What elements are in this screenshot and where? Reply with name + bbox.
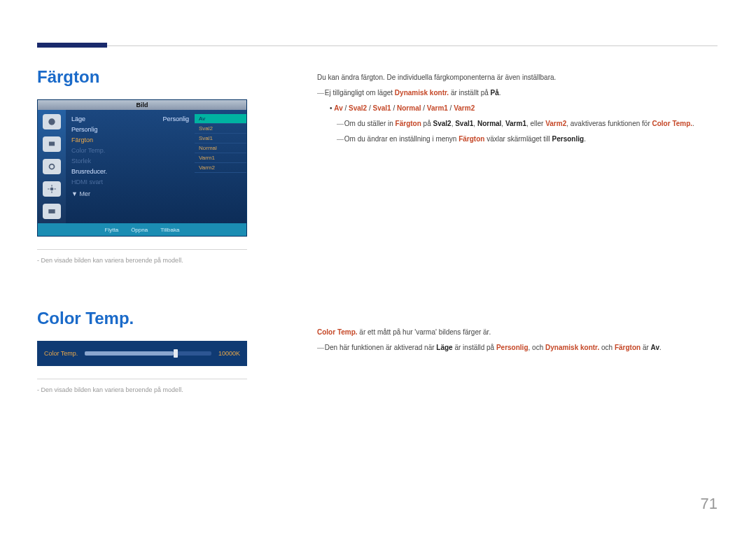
osd-dropdown: Av Sval2 Sval1 Normal Varm1 Varm2 — [195, 110, 246, 223]
colortemp-caption: Den visade bilden kan variera beroende p… — [37, 386, 247, 393]
osd-option: Varm1 — [195, 153, 246, 163]
fargton-heading: Färgton — [37, 67, 247, 87]
colortemp-line1: Color Temp. är ett mått på hur 'varma' b… — [317, 326, 718, 339]
osd-row: Personlig — [71, 125, 189, 135]
osd-title: Bild — [38, 100, 246, 110]
osd-menu: Bild LägePersonlig Personlig Färgton Col… — [37, 99, 247, 237]
header-accent-bar — [37, 43, 107, 48]
osd-option: Sval1 — [195, 134, 246, 143]
caption-rule — [37, 379, 247, 379]
fargton-intro: Du kan ändra färgton. De individuella fä… — [317, 71, 718, 84]
svg-point-3 — [50, 188, 54, 191]
picture-icon — [43, 114, 61, 129]
left-column: Färgton Bild LägePersonlig Personlig Fär… — [37, 67, 247, 393]
osd-list: LägePersonlig Personlig Färgton Color Te… — [66, 110, 195, 223]
header-rule — [37, 45, 718, 46]
slider-value: 10000K — [218, 350, 240, 357]
osd-row: Färgton — [71, 135, 189, 146]
osd-row: LägePersonlig — [71, 114, 189, 125]
sound-icon — [43, 159, 61, 174]
svg-point-2 — [50, 164, 55, 169]
slider-track — [85, 351, 211, 356]
fargton-options-line: Av / Sval2 / Sval1 / Normal / Varm1 / Va… — [317, 102, 718, 115]
svg-point-0 — [48, 118, 55, 125]
osd-option: Normal — [195, 143, 246, 153]
fargton-note1: Ej tillgängligt om läget Dynamisk kontr.… — [317, 87, 718, 99]
fargton-note3: Om du ändrar en inställning i menyn Färg… — [317, 133, 718, 146]
osd-row: Storlek — [71, 156, 189, 167]
screen-icon — [43, 136, 61, 152]
osd-row: Brusreducer. — [71, 167, 189, 177]
osd-row: HDMI svart — [71, 177, 189, 188]
svg-rect-4 — [48, 209, 55, 213]
fargton-section: Färgton Bild LägePersonlig Personlig Fär… — [37, 67, 247, 264]
caption-rule — [37, 249, 247, 250]
osd-option: Sval2 — [195, 124, 246, 134]
colortemp-heading: Color Temp. — [37, 309, 247, 328]
svg-rect-1 — [49, 142, 55, 146]
settings-icon — [43, 181, 61, 197]
osd-row: Color Temp. — [71, 146, 189, 156]
slider-label: Color Temp. — [44, 350, 78, 357]
osd-more: ▼ Mer — [71, 190, 189, 197]
page-number: 71 — [701, 495, 718, 513]
osd-option: Av — [195, 114, 246, 124]
osd-option: Varm2 — [195, 163, 246, 173]
osd-foot-open: Öppna — [131, 227, 148, 233]
colortemp-section: Color Temp. Color Temp. 10000K Den visad… — [37, 309, 247, 393]
page-content: Färgton Bild LägePersonlig Personlig Fär… — [0, 0, 756, 393]
fargton-caption: Den visade bilden kan variera beroende p… — [37, 257, 247, 264]
colortemp-body: Color Temp. är ett mått på hur 'varma' b… — [317, 326, 718, 354]
right-column: Du kan ändra färgton. De individuella fä… — [317, 67, 718, 393]
osd-foot-move: Flytta — [105, 227, 119, 233]
colortemp-line2: Den här funktionen är aktiverad när Läge… — [317, 342, 718, 354]
slider-fill — [85, 351, 173, 356]
slider-thumb — [174, 349, 178, 358]
osd-foot-back: Tillbaka — [160, 227, 179, 233]
osd-slider-panel: Color Temp. 10000K — [37, 341, 247, 366]
fargton-note2: Om du ställer in Färgton på Sval2, Sval1… — [317, 118, 718, 130]
osd-sidebar-icons — [38, 110, 66, 223]
input-icon — [43, 204, 61, 219]
osd-footer: Flytta Öppna Tillbaka — [38, 223, 246, 236]
